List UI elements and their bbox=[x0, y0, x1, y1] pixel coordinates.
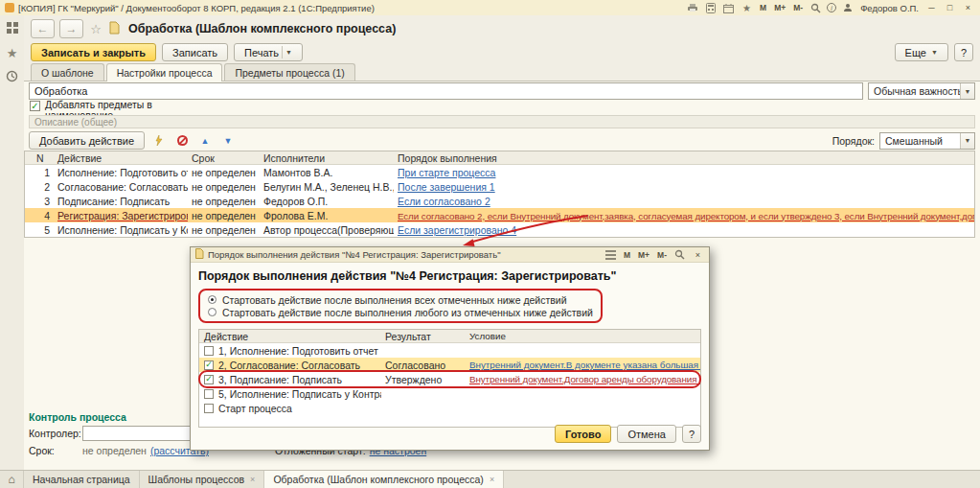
importance-select[interactable]: Обычная важность ▼ bbox=[868, 82, 975, 100]
order-link[interactable]: После завершения 1 bbox=[398, 181, 495, 193]
magnifier-icon[interactable] bbox=[809, 2, 823, 13]
done-button[interactable]: Готово bbox=[555, 425, 611, 443]
description-field[interactable]: Описание (общее) bbox=[29, 115, 975, 128]
execution-order-dialog: Порядок выполнения действия "№4 Регистра… bbox=[190, 246, 710, 451]
dialog-help-button[interactable]: ? bbox=[682, 425, 701, 443]
controller-label: Контролер: bbox=[29, 428, 79, 439]
dialog-titlebar: Порядок выполнения действия "№4 Регистра… bbox=[191, 247, 709, 263]
print-dropdown-icon[interactable]: ▼ bbox=[285, 49, 292, 56]
tab-process-settings[interactable]: Настройки процесса bbox=[106, 63, 223, 81]
order-link[interactable]: При старте процесса bbox=[398, 167, 495, 178]
order-link[interactable]: Если согласовано 2 bbox=[398, 196, 490, 207]
application-window: [КОПИЯ] ГК "Меркурий" / Документооборот … bbox=[0, 0, 980, 488]
term-label: Срок: bbox=[29, 445, 79, 456]
order-link[interactable]: Если зарегистрировано 4 bbox=[398, 224, 516, 236]
table-row[interactable]: 3 Подписание: Подписать не определен Фед… bbox=[25, 194, 974, 208]
order-link[interactable]: Если согласовано 2, если Внутренний доку… bbox=[398, 211, 974, 221]
checkbox-checked[interactable]: ✓ bbox=[204, 375, 214, 384]
close-tab-icon[interactable]: × bbox=[490, 475, 494, 484]
printer-icon[interactable] bbox=[685, 2, 699, 13]
zoom-out-button[interactable]: M- bbox=[791, 3, 805, 12]
checkbox-unchecked[interactable] bbox=[204, 389, 214, 399]
window-title: [КОПИЯ] ГК "Меркурий" / Документооборот … bbox=[18, 3, 375, 13]
delete-action-icon[interactable] bbox=[173, 132, 191, 149]
table-row[interactable]: 2 Согласование: Согласовать не определен… bbox=[25, 179, 974, 194]
wand-icon[interactable] bbox=[150, 132, 168, 149]
print-button[interactable]: Печать▼ bbox=[234, 43, 303, 61]
back-button[interactable]: ← bbox=[31, 19, 55, 38]
restore-button[interactable]: □ bbox=[943, 3, 957, 12]
dialog-body: Порядок выполнения действия "№4 Регистра… bbox=[191, 263, 709, 451]
add-action-button[interactable]: Добавить действие bbox=[29, 131, 145, 150]
help-button[interactable]: ? bbox=[954, 43, 973, 61]
dialog-icon bbox=[194, 248, 204, 261]
table-row-selected[interactable]: 4 Регистрация: Зарегистрировать не опред… bbox=[25, 208, 974, 222]
zoom-normal-button[interactable]: M bbox=[758, 3, 768, 12]
command-bar: Записать и закрыть Записать Печать▼ Еще▼… bbox=[24, 42, 980, 62]
zoom-out-button[interactable]: M- bbox=[655, 250, 669, 260]
checkbox-checked[interactable]: ✓ bbox=[204, 360, 214, 370]
close-button[interactable]: × bbox=[961, 3, 975, 12]
home-icon[interactable]: ⌂ bbox=[0, 471, 24, 488]
table-row[interactable]: 1 Исполнение: Подготовить отчет не опред… bbox=[25, 165, 974, 179]
table-row[interactable]: Старт процесса bbox=[199, 401, 700, 415]
tab-process-subjects[interactable]: Предметы процесса (1) bbox=[224, 63, 354, 81]
user-icon bbox=[840, 2, 855, 13]
minimize-button[interactable]: ─ bbox=[924, 3, 939, 12]
table-row[interactable]: 1, Исполнение: Подготовить отчет bbox=[199, 343, 700, 358]
checkbox-checked-icon[interactable]: ✓ bbox=[30, 101, 40, 111]
chevron-down-icon[interactable]: ▼ bbox=[960, 133, 974, 149]
favorites-icon[interactable]: ★ bbox=[7, 47, 18, 59]
form-tabs: О шаблоне Настройки процесса Предметы пр… bbox=[24, 63, 980, 81]
forward-button[interactable]: → bbox=[59, 19, 83, 38]
tab-about-template[interactable]: О шаблоне bbox=[31, 63, 104, 81]
radio-after-all[interactable]: Стартовать действие после выполнения все… bbox=[208, 293, 593, 306]
zoom-in-button[interactable]: M+ bbox=[636, 250, 651, 260]
radio-selected-icon[interactable] bbox=[208, 295, 217, 304]
term-value: не определен bbox=[82, 445, 147, 456]
nav-toolbar: ← → ☆ Обработка (Шаблон комплексного про… bbox=[24, 15, 980, 42]
controller-input[interactable] bbox=[82, 426, 197, 441]
history-clock-icon[interactable] bbox=[6, 70, 18, 84]
table-row[interactable]: 5, Исполнение: Подписать у Контрагента bbox=[199, 386, 700, 401]
save-and-close-button[interactable]: Записать и закрыть bbox=[31, 43, 156, 61]
calculator-icon[interactable] bbox=[703, 2, 718, 13]
template-name-input[interactable] bbox=[29, 82, 863, 100]
move-up-icon[interactable]: ▲ bbox=[196, 132, 214, 149]
zoom-in-button[interactable]: M+ bbox=[772, 3, 787, 12]
table-row[interactable]: 5 Исполнение: Подписать у Контрагента не… bbox=[25, 222, 974, 237]
close-tab-icon[interactable]: × bbox=[250, 475, 255, 484]
order-select[interactable]: Смешанный ▼ bbox=[879, 132, 975, 150]
favorites-star-icon[interactable]: ★ bbox=[740, 2, 754, 13]
table-row[interactable]: ✓3, Подписание: Подписать Утверждено Вну… bbox=[199, 372, 700, 386]
dialog-close-icon[interactable]: × bbox=[691, 250, 705, 260]
condition-link[interactable]: Внутренний документ.В документе указана … bbox=[469, 360, 700, 370]
save-button[interactable]: Записать bbox=[162, 43, 228, 61]
predecessors-table: Действие Результат Условие 1, Исполнение… bbox=[198, 329, 701, 428]
table-row-selected[interactable]: ✓2, Согласование: Согласовать Согласован… bbox=[199, 358, 700, 372]
magnifier-icon[interactable] bbox=[672, 249, 687, 261]
bottom-tab-current[interactable]: Обработка (Шаблон комплексного процесса)… bbox=[264, 471, 504, 488]
actions-table: N Действие Срок Исполнители Порядок выпо… bbox=[24, 151, 975, 238]
order-label: Порядок: bbox=[832, 135, 875, 147]
open-windows-bar: ⌂ Начальная страница Шаблоны процессов ×… bbox=[0, 470, 980, 488]
condition-link[interactable]: Внутренний документ.Договор аренды обору… bbox=[469, 374, 700, 384]
main-menu-icon[interactable] bbox=[6, 21, 19, 36]
radio-unselected-icon[interactable] bbox=[208, 308, 217, 316]
chevron-down-icon[interactable]: ▼ bbox=[960, 83, 974, 99]
cancel-button[interactable]: Отмена bbox=[617, 425, 675, 443]
add-favorite-icon[interactable]: ☆ bbox=[88, 22, 103, 36]
more-button[interactable]: Еще▼ bbox=[895, 43, 948, 61]
list-icon[interactable] bbox=[604, 249, 618, 261]
current-user[interactable]: Федоров О.П. bbox=[858, 3, 921, 13]
checkbox-unchecked[interactable] bbox=[204, 346, 214, 356]
bottom-tab-home[interactable]: Начальная страница bbox=[24, 471, 140, 488]
checkbox-unchecked[interactable] bbox=[204, 404, 214, 413]
calendar-icon[interactable] bbox=[721, 2, 736, 13]
zoom-normal-button[interactable]: M bbox=[622, 250, 632, 260]
dialog-heading: Порядок выполнения действия "№4 Регистра… bbox=[198, 269, 701, 283]
move-down-icon[interactable]: ▼ bbox=[219, 132, 237, 149]
radio-after-any[interactable]: Стартовать действие после выполнения люб… bbox=[208, 306, 593, 318]
bottom-tab-templates[interactable]: Шаблоны процессов × bbox=[140, 471, 265, 488]
info-icon[interactable]: i bbox=[827, 3, 836, 12]
